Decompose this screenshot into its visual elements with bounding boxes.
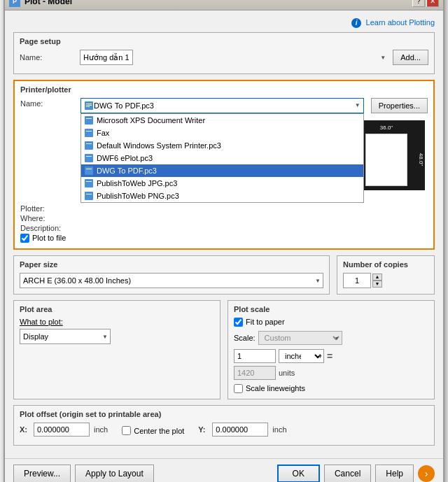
description-row: Description:	[20, 224, 428, 232]
page-setup-section: Page setup Name: Hướng dẫn 1 Add...	[13, 32, 435, 74]
plot-offset-label: Plot offset (origin set to printable are…	[20, 410, 428, 418]
close-button[interactable]: ✕	[426, 0, 439, 7]
preview-button[interactable]: Preview...	[13, 465, 71, 483]
y-unit: inch	[272, 425, 286, 434]
svg-rect-10	[85, 154, 93, 162]
paper-size-select-wrapper: ARCH E (36.00 x 48.00 Inches)	[20, 273, 323, 288]
info-icon: i	[351, 18, 361, 28]
copies-spinner: ▲ ▼	[343, 273, 428, 288]
what-to-plot-label: What to plot:	[20, 318, 63, 326]
spinner-up[interactable]: ▲	[372, 274, 382, 281]
plotter-row: Plotter:	[20, 204, 428, 213]
printer-dropdown-selected[interactable]: DWG To PDF.pc3 ▼	[80, 98, 364, 113]
copies-label: Number of copies	[343, 260, 428, 269]
svg-rect-1	[86, 104, 92, 104]
scale-lineweights-label: Scale lineweights	[246, 384, 305, 392]
bottom-left-buttons: Preview... Apply to Layout	[13, 465, 154, 483]
scale-select[interactable]: Custom	[258, 331, 342, 345]
what-to-plot-select-wrapper: Display	[20, 329, 111, 344]
page-setup-name-label: Name:	[20, 53, 76, 62]
scale-numerator-input[interactable]	[234, 349, 276, 363]
scale-row: Scale: Custom	[234, 331, 428, 345]
dropdown-item-label: DWG To PDF.pc3	[97, 166, 157, 175]
spinner-down[interactable]: ▼	[372, 281, 382, 288]
description-label: Description:	[20, 224, 76, 232]
y-offset-row: Y: inch	[198, 423, 286, 437]
scale-lineweights-checkbox[interactable]	[234, 384, 243, 393]
spinner-controls: ▲ ▼	[372, 274, 382, 288]
svg-rect-3	[86, 106, 90, 107]
svg-rect-7	[86, 131, 92, 132]
plot-dialog: P Plot - Model ? ✕ i Learn about Plottin…	[4, 0, 444, 482]
printer-dropdown-area: DWG To PDF.pc3 ▼ Microsoft XPS Document …	[80, 98, 364, 113]
page-setup-select-wrapper: Hướng dẫn 1	[80, 50, 388, 65]
preview-height-label: 48.0"	[417, 153, 424, 166]
center-plot-checkbox[interactable]	[122, 426, 131, 435]
dropdown-item-label: PublishToWeb JPG.pc3	[97, 179, 177, 187]
cancel-button[interactable]: Cancel	[324, 465, 371, 483]
dropdown-item-label: Fax	[97, 129, 109, 137]
dropdown-item-xps[interactable]: Microsoft XPS Document Writer	[81, 114, 363, 127]
center-plot-label: Center the plot	[134, 427, 184, 435]
inches-select[interactable]: inches	[279, 349, 324, 363]
what-to-plot-select[interactable]: Display	[20, 329, 111, 344]
page-setup-name-row: Name: Hướng dẫn 1 Add...	[20, 50, 428, 65]
learn-about-plotting-link[interactable]: Learn about Plotting	[366, 18, 435, 27]
window-title: Plot - Model	[24, 0, 72, 6]
plot-to-file-row: Plot to file	[20, 234, 428, 243]
printer-section-label: Printer/plotter	[20, 85, 428, 94]
dropdown-item-jpg[interactable]: PublishToWeb JPG.pc3	[81, 177, 363, 190]
x-unit: inch	[94, 425, 108, 434]
preview-width-label: 36.0"	[380, 125, 393, 131]
paper-size-label: Paper size	[20, 260, 323, 269]
svg-rect-13	[86, 169, 92, 169]
y-input[interactable]	[212, 423, 268, 437]
svg-rect-11	[86, 156, 92, 157]
fit-to-paper-checkbox[interactable]	[234, 318, 243, 327]
page-setup-label: Page setup	[20, 37, 428, 45]
copies-input[interactable]	[343, 273, 371, 288]
svg-rect-9	[86, 143, 92, 144]
what-to-plot-row: What to plot:	[20, 318, 214, 326]
svg-rect-12	[85, 166, 93, 175]
x-input[interactable]	[34, 423, 90, 437]
fit-to-paper-label: Fit to paper	[246, 318, 285, 326]
page-setup-select[interactable]: Hướng dẫn 1	[80, 50, 133, 65]
plot-scale-label: Plot scale	[234, 305, 428, 313]
ok-button[interactable]: OK	[277, 465, 320, 483]
svg-rect-17	[86, 194, 92, 194]
printer-item-icon	[84, 166, 94, 176]
bottom-right-buttons: OK Cancel Help ›	[277, 465, 435, 483]
dropdown-item-dwg-pdf[interactable]: DWG To PDF.pc3	[81, 164, 363, 177]
svg-rect-4	[85, 116, 93, 125]
svg-rect-6	[85, 129, 93, 137]
help-button[interactable]: ?	[412, 0, 425, 7]
scale-label: Scale:	[234, 334, 255, 342]
printer-name-row: Name: DWG To PDF.pc3 ▼	[20, 98, 428, 113]
printer-dropdown-list: Microsoft XPS Document Writer Fax Defaul…	[80, 113, 364, 203]
navigate-arrow[interactable]: ›	[418, 465, 435, 482]
properties-button[interactable]: Properties...	[371, 98, 428, 113]
plotter-label: Plotter:	[20, 204, 76, 213]
scale-input-row: inches =	[234, 349, 428, 363]
paper-size-select[interactable]: ARCH E (36.00 x 48.00 Inches)	[20, 273, 323, 288]
printer-item-icon	[84, 178, 94, 188]
add-button[interactable]: Add...	[393, 50, 428, 65]
bottom-bar: Preview... Apply to Layout OK Cancel Hel…	[5, 458, 443, 483]
dropdown-item-dwf6[interactable]: DWF6 ePlot.pc3	[81, 152, 363, 164]
dropdown-item-fax[interactable]: Fax	[81, 127, 363, 139]
plot-to-file-checkbox[interactable]	[20, 234, 29, 243]
dropdown-arrow-icon: ▼	[355, 102, 360, 108]
dropdown-item-label: DWF6 ePlot.pc3	[97, 154, 153, 162]
apply-to-layout-button[interactable]: Apply to Layout	[75, 465, 154, 483]
scale-lineweights-row: Scale lineweights	[234, 384, 428, 393]
svg-rect-8	[85, 141, 93, 150]
printer-item-icon	[84, 141, 94, 150]
help-bottom-button[interactable]: Help	[375, 465, 414, 483]
units-input[interactable]	[234, 366, 276, 380]
plot-area-section: Plot area What to plot: Display	[13, 300, 220, 399]
dropdown-item-default[interactable]: Default Windows System Printer.pc3	[81, 139, 363, 152]
dropdown-item-png[interactable]: PublishToWeb PNG.pc3	[81, 190, 363, 202]
x-label: X:	[20, 425, 29, 434]
y-label: Y:	[198, 425, 208, 434]
